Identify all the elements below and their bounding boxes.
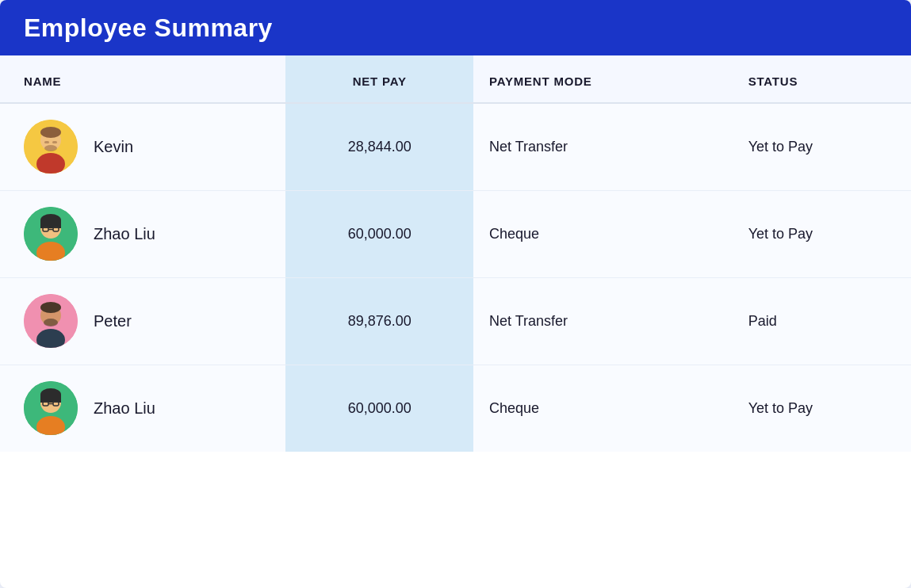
table-wrapper: NAME NET PAY PAYMENT MODE STATUS [0, 55, 911, 452]
cell-paymode-zhaoliu1: Cheque [473, 190, 733, 277]
svg-rect-4 [44, 141, 49, 143]
cell-paymode-peter: Net Transfer [473, 277, 733, 365]
page-header: Employee Summary [0, 0, 911, 55]
svg-point-3 [40, 127, 61, 138]
col-header-paymentmode: PAYMENT MODE [473, 55, 733, 103]
cell-name-zhaoliu1: Zhao Liu [0, 190, 285, 277]
app-container: Employee Summary NAME NET PAY PAYMENT MO… [0, 0, 911, 588]
table-row: Kevin28,844.00Net TransferYet to Pay [0, 103, 911, 190]
col-header-netpay: NET PAY [285, 55, 473, 103]
svg-rect-5 [52, 141, 57, 143]
avatar-kevin [24, 120, 78, 174]
table-row: Peter89,876.00Net TransferPaid [0, 277, 911, 365]
cell-status-zhaoliu2: Yet to Pay [733, 365, 911, 452]
cell-paymode-kevin: Net Transfer [473, 103, 733, 190]
cell-netpay-zhaoliu1: 60,000.00 [285, 190, 473, 277]
cell-status-zhaoliu1: Yet to Pay [733, 190, 911, 277]
employee-name-peter: Peter [94, 312, 132, 330]
table-row: Zhao Liu60,000.00ChequeYet to Pay [0, 190, 911, 277]
avatar-peter [24, 294, 78, 348]
avatar-zhaoliu2 [24, 381, 78, 435]
cell-name-peter: Peter [0, 277, 285, 365]
employee-table: NAME NET PAY PAYMENT MODE STATUS [0, 55, 911, 452]
cell-name-kevin: Kevin [0, 103, 285, 190]
header-row: NAME NET PAY PAYMENT MODE STATUS [0, 55, 911, 103]
page-title: Employee Summary [24, 13, 273, 43]
table-header: NAME NET PAY PAYMENT MODE STATUS [0, 55, 911, 103]
cell-netpay-kevin: 28,844.00 [285, 103, 473, 190]
table-row: Zhao Liu60,000.00ChequeYet to Pay [0, 365, 911, 452]
table-body: Kevin28,844.00Net TransferYet to Pay Zha… [0, 103, 911, 452]
cell-status-peter: Paid [733, 277, 911, 365]
svg-point-6 [44, 145, 57, 151]
svg-point-19 [44, 319, 58, 326]
employee-name-zhaoliu2: Zhao Liu [94, 399, 155, 418]
cell-name-zhaoliu2: Zhao Liu [0, 365, 285, 452]
employee-name-kevin: Kevin [94, 138, 133, 156]
svg-point-18 [40, 302, 61, 313]
cell-netpay-peter: 89,876.00 [285, 277, 473, 365]
avatar-zhaoliu1 [24, 207, 78, 261]
cell-paymode-zhaoliu2: Cheque [473, 365, 733, 452]
col-header-name: NAME [0, 55, 285, 103]
employee-name-zhaoliu1: Zhao Liu [94, 225, 155, 243]
cell-netpay-zhaoliu2: 60,000.00 [285, 365, 473, 452]
cell-status-kevin: Yet to Pay [733, 103, 911, 190]
col-header-status: STATUS [733, 55, 911, 103]
